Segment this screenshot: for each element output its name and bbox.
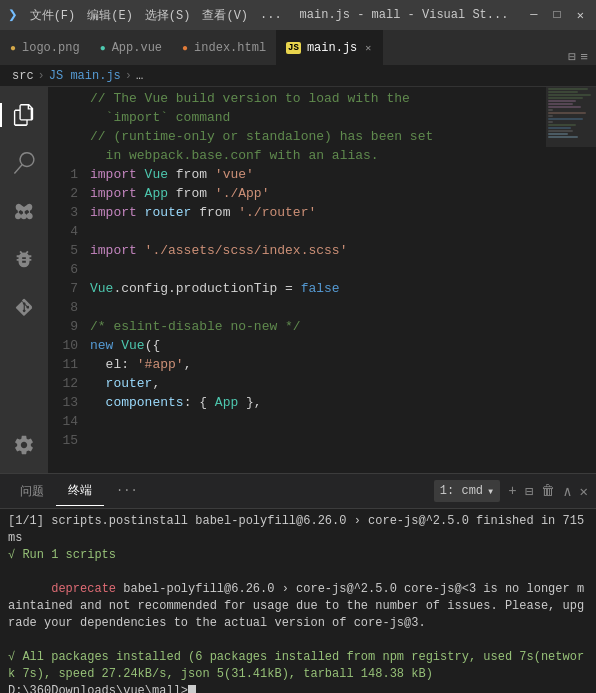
tab-icon-png: ● <box>10 43 16 54</box>
tab-problems[interactable]: 问题 <box>8 477 56 506</box>
tab-logo-png[interactable]: ● logo.png <box>0 30 90 65</box>
line-numbers: 1 2 3 4 5 6 7 8 9 10 11 12 13 14 15 <box>48 87 86 473</box>
close-terminal-icon[interactable]: ✕ <box>580 483 588 500</box>
activity-extensions[interactable] <box>0 283 48 331</box>
code-line-15: components: { App }, <box>90 393 542 412</box>
tab-icon-html: ● <box>182 43 188 54</box>
code-line-7: import './assets/scss/index.scss' <box>90 241 542 260</box>
terminal-deprecate-label: deprecate <box>51 582 116 596</box>
tab-label-main: main.js <box>307 41 357 55</box>
chevron-down-icon: ▾ <box>487 484 494 499</box>
code-line-9: Vue.config.productionTip = false <box>90 279 542 298</box>
tab-bar: ● logo.png ● App.vue ● index.html JS mai… <box>0 30 596 65</box>
title-bar-title: main.js - mall - Visual St... <box>282 8 527 22</box>
editor: 1 2 3 4 5 6 7 8 9 10 11 12 13 14 15 // T… <box>48 87 596 473</box>
breadcrumb-file[interactable]: JS main.js <box>49 69 121 83</box>
terminal-tab-bar: 问题 终端 ··· 1: cmd ▾ + ⊟ 🗑 ∧ ✕ <box>0 474 596 509</box>
terminal-line-3: deprecate babel-polyfill@6.26.0 › core-j… <box>8 564 588 649</box>
menu-edit[interactable]: 编辑(E) <box>87 7 133 24</box>
code-line-1: // The Vue build version to load with th… <box>90 89 542 108</box>
menu-view[interactable]: 查看(V) <box>202 7 248 24</box>
terminal-actions: 1: cmd ▾ + ⊟ 🗑 ∧ ✕ <box>434 480 588 502</box>
tab-more-dots: ··· <box>116 484 138 498</box>
activity-source-control[interactable] <box>0 187 48 235</box>
breadcrumb-sep1: › <box>38 69 45 83</box>
activity-bar <box>0 87 48 473</box>
code-line-2b: in webpack.base.conf with an alias. <box>90 146 542 165</box>
activity-debug[interactable] <box>0 235 48 283</box>
tab-actions: ⊟ ≡ <box>568 49 596 65</box>
tab-app-vue[interactable]: ● App.vue <box>90 30 172 65</box>
close-button[interactable]: ✕ <box>573 8 588 23</box>
maximize-button[interactable]: □ <box>550 8 565 23</box>
title-bar-left: ❯ 文件(F) 编辑(E) 选择(S) 查看(V) ... <box>8 5 282 25</box>
tab-problems-label: 问题 <box>20 483 44 500</box>
chevron-up-icon[interactable]: ∧ <box>563 483 571 500</box>
new-terminal-icon[interactable]: + <box>508 483 516 499</box>
code-line-8 <box>90 260 542 279</box>
activity-settings[interactable] <box>0 425 48 473</box>
split-terminal-icon[interactable]: ⊟ <box>525 483 533 500</box>
tab-main-js[interactable]: JS main.js ✕ <box>276 30 383 65</box>
code-line-5: import router from './router' <box>90 203 542 222</box>
breadcrumb-src[interactable]: src <box>12 69 34 83</box>
tab-more[interactable]: ··· <box>104 478 150 504</box>
tab-close-main[interactable]: ✕ <box>363 41 373 55</box>
minimize-button[interactable]: ─ <box>526 8 541 23</box>
code-area[interactable]: // The Vue build version to load with th… <box>86 87 546 473</box>
trash-icon[interactable]: 🗑 <box>541 483 555 499</box>
activity-explorer[interactable] <box>0 91 48 139</box>
minimap-viewport <box>546 87 596 147</box>
tab-label-index: index.html <box>194 41 266 55</box>
terminal-dropdown[interactable]: 1: cmd ▾ <box>434 480 500 502</box>
tab-label-app: App.vue <box>112 41 162 55</box>
menu-more[interactable]: ... <box>260 8 282 22</box>
code-line-4: import App from './App' <box>90 184 542 203</box>
breadcrumb-sep2: › <box>125 69 132 83</box>
code-line-3: import Vue from 'vue' <box>90 165 542 184</box>
terminal-cursor <box>188 685 196 693</box>
terminal-cwd: D:\360Downloads\vue\mall> <box>8 684 188 693</box>
tab-terminal[interactable]: 终端 <box>56 476 104 506</box>
tab-icon-vue: ● <box>100 43 106 54</box>
code-line-10 <box>90 298 542 317</box>
breadcrumb: src › JS main.js › … <box>0 65 596 87</box>
code-line-1b: `import` command <box>90 108 542 127</box>
main-content: 1 2 3 4 5 6 7 8 9 10 11 12 13 14 15 // T… <box>0 87 596 473</box>
terminal-dropdown-label: 1: cmd <box>440 484 483 498</box>
code-line-11: /* eslint-disable no-new */ <box>90 317 542 336</box>
code-line-2: // (runtime-only or standalone) has been… <box>90 127 542 146</box>
code-line-13: el: '#app', <box>90 355 542 374</box>
tab-icon-js: JS <box>286 42 301 54</box>
terminal-line-1: [1/1] scripts.postinstall babel-polyfill… <box>8 513 588 547</box>
terminal-line-4: √ All packages installed (6 packages ins… <box>8 649 588 683</box>
title-bar: ❯ 文件(F) 编辑(E) 选择(S) 查看(V) ... main.js - … <box>0 0 596 30</box>
title-bar-controls: ─ □ ✕ <box>526 8 588 23</box>
code-line-14: router, <box>90 374 542 393</box>
tab-index-html[interactable]: ● index.html <box>172 30 276 65</box>
code-line-12: new Vue({ <box>90 336 542 355</box>
terminal-prompt: D:\360Downloads\vue\mall> <box>8 683 588 693</box>
vscode-icon: ❯ <box>8 5 18 25</box>
menu-select[interactable]: 选择(S) <box>145 7 191 24</box>
terminal-content[interactable]: [1/1] scripts.postinstall babel-polyfill… <box>0 509 596 693</box>
menu-file[interactable]: 文件(F) <box>30 7 76 24</box>
breadcrumb-context[interactable]: … <box>136 69 143 83</box>
tab-label-logo: logo.png <box>22 41 80 55</box>
tab-overflow-icon[interactable]: ≡ <box>580 50 588 65</box>
terminal-panel: 问题 终端 ··· 1: cmd ▾ + ⊟ 🗑 ∧ ✕ [1/1] scrip… <box>0 473 596 693</box>
terminal-line-2: √ Run 1 scripts <box>8 547 588 564</box>
tab-terminal-label: 终端 <box>68 482 92 499</box>
tab-split-icon[interactable]: ⊟ <box>568 49 576 65</box>
code-line-6 <box>90 222 542 241</box>
activity-search[interactable] <box>0 139 48 187</box>
minimap <box>546 87 596 473</box>
